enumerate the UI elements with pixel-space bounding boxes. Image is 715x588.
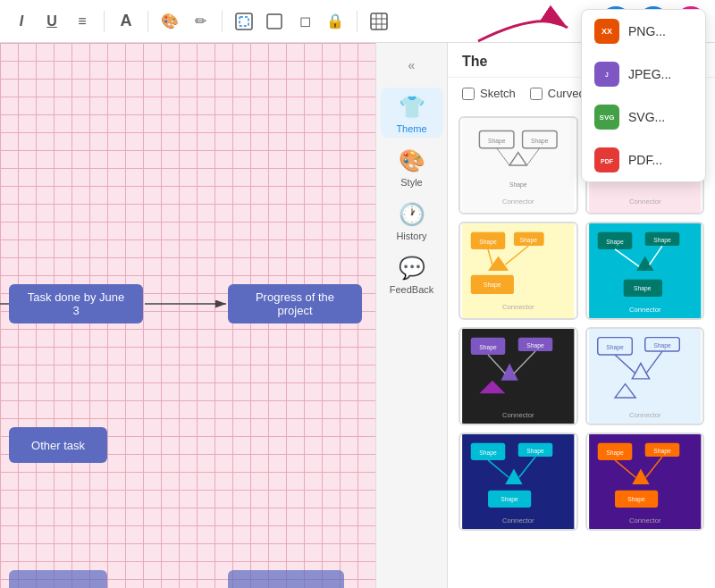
sidebar-item-feedback-label: FeedBack: [390, 284, 434, 295]
select-button[interactable]: [231, 9, 257, 34]
svg-text:Shape: Shape: [653, 448, 671, 455]
svg-text:PDF: PDF: [601, 158, 614, 164]
divider-1: [104, 11, 105, 32]
svg-text:Shape: Shape: [606, 449, 624, 457]
task-node-5[interactable]: [9, 570, 107, 588]
paint-button[interactable]: 🎨: [157, 9, 182, 34]
theme-card-6[interactable]: Shape Shape Connector: [585, 327, 705, 425]
curved-checkbox[interactable]: Curved: [530, 87, 585, 100]
curved-input[interactable]: [530, 88, 543, 100]
italic-button[interactable]: I: [9, 9, 34, 34]
shapes-button[interactable]: ◻: [292, 9, 317, 34]
task-node-1[interactable]: Task done by June 3: [9, 284, 143, 323]
export-png[interactable]: XX PNG...: [582, 10, 705, 53]
pdf-label: PDF...: [628, 153, 662, 167]
svg-text:Shape: Shape: [520, 237, 538, 244]
svg-text:Connector: Connector: [629, 306, 661, 314]
history-icon: 🕐: [399, 202, 425, 227]
svg-text:Shape: Shape: [634, 285, 652, 292]
svg-text:Connector: Connector: [629, 411, 661, 419]
export-jpeg[interactable]: J JPEG...: [582, 53, 705, 96]
lock-button[interactable]: 🔒: [323, 9, 348, 34]
table-button[interactable]: [366, 9, 391, 34]
png-label: PNG...: [628, 24, 666, 38]
sidebar-item-style[interactable]: 🎨 Style: [381, 141, 443, 191]
divider-4: [357, 11, 358, 32]
svg-text:Shape: Shape: [484, 281, 501, 289]
svg-text:Shape: Shape: [488, 138, 506, 145]
svg-text:J: J: [605, 71, 609, 78]
crop-button[interactable]: [262, 9, 287, 34]
png-icon: XX: [594, 19, 619, 44]
sidebar-item-theme-label: Theme: [396, 123, 426, 134]
sketch-input[interactable]: [462, 88, 475, 100]
pencil-button[interactable]: ✏: [188, 9, 213, 34]
export-dropdown: XX PNG... J JPEG... SVG SVG... PDF PDF..…: [581, 9, 706, 182]
sidebar-collapse-button[interactable]: «: [394, 52, 430, 79]
svg-text:Connector: Connector: [629, 197, 661, 206]
svg-text:Connector: Connector: [502, 303, 534, 311]
svg-icon: SVG: [594, 105, 619, 130]
svg-text:Connector: Connector: [502, 197, 534, 206]
svg-text:Shape: Shape: [526, 342, 544, 349]
divider-3: [222, 11, 223, 32]
canvas[interactable]: Task done by June 3 Progress of the proj…: [0, 43, 375, 588]
svg-rect-1: [240, 17, 248, 26]
svg-rect-3: [371, 13, 387, 29]
svg-text:Shape: Shape: [653, 342, 671, 349]
divider-2: [147, 11, 148, 32]
svg-text:Shape: Shape: [479, 344, 497, 351]
sketch-checkbox[interactable]: Sketch: [462, 87, 516, 100]
style-icon: 🎨: [399, 148, 425, 173]
svg-text:Shape: Shape: [479, 449, 497, 457]
sidebar-item-history-label: History: [396, 231, 426, 241]
text-button[interactable]: A: [114, 9, 139, 34]
sidebar-item-feedback[interactable]: 💬 FeedBack: [381, 248, 443, 298]
export-svg[interactable]: SVG SVG...: [582, 96, 705, 139]
svg-text:Connector: Connector: [502, 411, 534, 419]
svg-label: SVG...: [628, 110, 665, 124]
theme-card-5[interactable]: Shape Shape Connector: [458, 327, 578, 425]
svg-text:Shape: Shape: [526, 448, 544, 455]
svg-text:Shape: Shape: [606, 344, 624, 351]
task-node-2[interactable]: Progress of the project: [228, 284, 362, 323]
svg-text:Shape: Shape: [627, 496, 645, 503]
svg-text:Connector: Connector: [502, 517, 534, 525]
svg-rect-0: [236, 13, 252, 29]
svg-text:Shape: Shape: [509, 181, 527, 189]
sidebar-item-history[interactable]: 🕐 History: [381, 195, 443, 245]
svg-text:Shape: Shape: [531, 138, 549, 145]
sidebar-item-style-label: Style: [400, 177, 422, 188]
theme-card-4[interactable]: Shape Shape Shape Connector: [585, 222, 705, 320]
svg-text:Shape: Shape: [653, 237, 671, 244]
theme-card-3[interactable]: Shape Shape Shape Connector: [458, 222, 578, 320]
sidebar-item-theme[interactable]: 👕 Theme: [381, 88, 443, 138]
task-node-4[interactable]: [228, 570, 344, 588]
theme-icon: 👕: [399, 95, 425, 120]
underline-button[interactable]: U: [39, 9, 64, 34]
task-node-3[interactable]: Other task: [9, 427, 107, 463]
svg-text:Shape: Shape: [500, 496, 518, 503]
feedback-icon: 💬: [399, 256, 425, 281]
theme-card-1[interactable]: Shape Shape Shape Connector: [458, 116, 578, 214]
svg-rect-2: [267, 14, 282, 29]
theme-card-8[interactable]: Shape Shape Shape Connector: [585, 433, 705, 531]
jpeg-icon: J: [594, 62, 619, 87]
svg-text:Shape: Shape: [606, 239, 624, 246]
theme-card-7[interactable]: Shape Shape Shape Connector: [458, 433, 578, 531]
jpeg-label: JPEG...: [628, 67, 671, 81]
sidebar: « 👕 Theme 🎨 Style 🕐 History 💬 FeedBack: [375, 43, 447, 588]
export-pdf[interactable]: PDF PDF...: [582, 139, 705, 181]
svg-text:Shape: Shape: [479, 239, 497, 246]
align-button[interactable]: ≡: [70, 9, 95, 34]
pdf-icon: PDF: [594, 147, 619, 172]
svg-text:Connector: Connector: [629, 517, 661, 525]
